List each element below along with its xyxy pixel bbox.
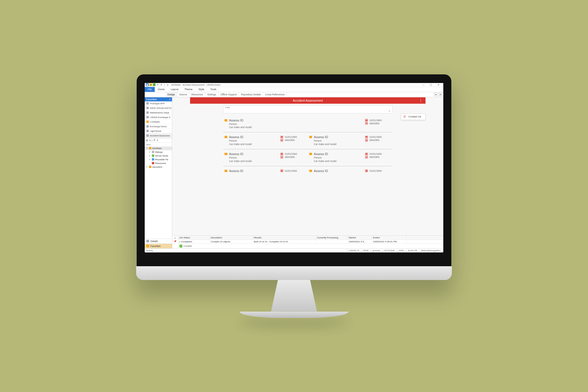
window-titlebar: ▣ ★ ⬇ ⟳ ↺ | ▸ AASMain - Accident Assessm… bbox=[145, 83, 443, 87]
fav-item[interactable]: LANSA Exchange S bbox=[145, 115, 172, 120]
panel-toggle-icon[interactable]: ▾ bbox=[434, 93, 438, 96]
tree-header: Item bbox=[145, 143, 172, 146]
qa-icon-1[interactable]: ▣ bbox=[146, 83, 149, 86]
chevron-down-icon: ▾ bbox=[389, 110, 390, 112]
tree-node[interactable]: ▸Dialogs bbox=[145, 150, 172, 154]
project-tree: ▾AASMain ▸Dialogs ▸Server Modu ▸Reusable… bbox=[145, 146, 172, 239]
qa-icon-5[interactable]: ↺ bbox=[160, 83, 163, 86]
design-canvas[interactable]: Accident Assessment ⋮ Filter ▾ ✆ Contact… bbox=[172, 97, 443, 235]
assessment-card[interactable]: Assess ID PersonCar make and model 01/01… bbox=[223, 152, 308, 163]
cards-list: Assess ID Person Car make and model bbox=[223, 116, 392, 173]
car-icon bbox=[365, 139, 368, 142]
menu-theme[interactable]: Theme bbox=[182, 87, 196, 92]
fav-item[interactable]: Prototype APP bbox=[145, 101, 172, 106]
assessment-card[interactable]: Assess ID PersonCar make and model 01/01… bbox=[308, 152, 392, 163]
status-segment: LANSA *S bbox=[347, 249, 361, 252]
monitor-chin bbox=[136, 266, 452, 280]
folder-icon bbox=[309, 153, 312, 155]
tree-node[interactable]: Resources bbox=[145, 161, 172, 165]
favorites-panel: Favorites × Prototype APP DATA VISUALIZA… bbox=[145, 97, 172, 248]
calendar-icon bbox=[281, 136, 283, 138]
folder-icon bbox=[225, 153, 227, 155]
compile-icon bbox=[179, 245, 182, 248]
tree-node[interactable]: ▸xAccident bbox=[145, 165, 172, 169]
close-button[interactable]: ✕ bbox=[435, 83, 442, 87]
toolbar-close-icon[interactable]: ✕ bbox=[156, 139, 158, 142]
job-table-header: Job Status Description Results Currently… bbox=[178, 236, 443, 240]
qa-icon-4[interactable]: ⟳ bbox=[156, 83, 159, 86]
job-table-row[interactable]: ▸ Completed Compile 14 objects Built 14 … bbox=[178, 240, 443, 244]
assessment-card[interactable]: Assess ID PersonCar make and model 01/01… bbox=[308, 135, 392, 146]
menu-tools[interactable]: Tools bbox=[208, 87, 219, 92]
qa-icon-2[interactable]: ★ bbox=[149, 83, 152, 86]
car-icon bbox=[281, 156, 283, 159]
subtab-design[interactable]: Design bbox=[165, 92, 177, 97]
pin-icon[interactable]: 📌 bbox=[174, 240, 177, 243]
more-icon[interactable]: ⋮ bbox=[419, 98, 423, 103]
status-segment: MaterialDesignRed bbox=[419, 249, 442, 252]
phone-icon: ✆ bbox=[403, 115, 406, 119]
preview-title: Accident Assessment bbox=[293, 99, 323, 102]
status-segment: ENG bbox=[397, 249, 405, 252]
menu-file[interactable]: File bbox=[145, 87, 155, 92]
tab-favorites[interactable]: Favorites bbox=[145, 244, 172, 248]
favorites-list: Prototype APP DATA VISUALIZATIO Maintena… bbox=[145, 101, 172, 138]
favorites-close-icon[interactable]: × bbox=[169, 98, 171, 101]
monitor-neck bbox=[271, 280, 317, 312]
filter-dropdown[interactable]: Filter ▾ bbox=[223, 105, 392, 113]
subtab-offline[interactable]: Offline Support bbox=[218, 92, 239, 97]
compile-tab[interactable]: Compile bbox=[178, 244, 443, 248]
editor-subtabs: Design Source Resources Settings Offline… bbox=[145, 92, 443, 97]
folder-icon bbox=[225, 136, 227, 138]
menu-home[interactable]: Home bbox=[155, 87, 168, 92]
fav-item[interactable]: Exchange Demo bbox=[145, 124, 172, 129]
subtab-repo[interactable]: Repository Details bbox=[239, 92, 263, 97]
status-segment: pcxuser bbox=[371, 249, 382, 252]
assessment-card[interactable]: Assess ID 01/01/1900 bbox=[308, 169, 392, 173]
minimize-button[interactable]: — bbox=[420, 83, 427, 87]
subtab-source[interactable]: Source bbox=[177, 92, 189, 97]
qa-divider: | bbox=[163, 83, 166, 86]
panel-handle-icon[interactable]: ▸ bbox=[175, 237, 176, 239]
assessment-card[interactable]: Assess ID 01/01/1900 bbox=[223, 169, 308, 173]
monitor-base bbox=[239, 312, 349, 318]
subtab-xref[interactable]: Cross References bbox=[263, 92, 287, 97]
toolbar-icon[interactable]: ▤ bbox=[146, 139, 148, 142]
status-segment: PCXTASK bbox=[383, 249, 396, 252]
calendar-icon bbox=[365, 169, 368, 172]
ribbon-menubar: File Home Layout Theme Style Tools bbox=[145, 87, 443, 92]
menu-layout[interactable]: Layout bbox=[168, 87, 181, 92]
calendar-icon bbox=[365, 136, 368, 138]
qa-icon-6[interactable]: ▸ bbox=[167, 83, 169, 86]
fav-item[interactable]: LX2MAIN bbox=[145, 120, 172, 124]
toolbar-icon[interactable]: ☰ bbox=[153, 139, 155, 142]
subtab-resources[interactable]: Resources bbox=[189, 92, 205, 97]
panel-close-icon[interactable]: ✕ bbox=[439, 93, 442, 96]
fav-item[interactable]: DATA VISUALIZATIO bbox=[145, 106, 172, 111]
tree-node[interactable]: ▸Reusable Pa bbox=[145, 158, 172, 161]
tab-details[interactable]: Details bbox=[145, 239, 172, 244]
folder-icon bbox=[225, 170, 227, 172]
job-status-panel: ▸ 📌 Job Status Description Results Curre… bbox=[172, 235, 443, 248]
assessment-card[interactable]: Assess ID Person Car make and model bbox=[223, 119, 392, 130]
calendar-icon bbox=[365, 153, 368, 155]
tree-node[interactable]: ▸Server Modu bbox=[145, 154, 172, 158]
menu-style[interactable]: Style bbox=[196, 87, 207, 92]
fav-item[interactable]: Light Mode bbox=[145, 129, 172, 134]
subtab-settings[interactable]: Settings bbox=[205, 92, 218, 97]
folder-icon bbox=[309, 136, 312, 138]
app-window: ▣ ★ ⬇ ⟳ ↺ | ▸ AASMain - Accident Assessm… bbox=[145, 83, 443, 252]
tree-root[interactable]: ▾AASMain bbox=[145, 146, 172, 150]
maximize-button[interactable]: ▢ bbox=[427, 83, 435, 87]
assessment-card[interactable]: Assess ID PersonCar make and model 01/01… bbox=[223, 135, 308, 146]
fav-item[interactable]: Maintenance Depa bbox=[145, 111, 172, 115]
contact-us-button[interactable]: ✆ Contact Us bbox=[401, 113, 425, 120]
preview-appbar: Accident Assessment ⋮ bbox=[190, 97, 425, 104]
monitor-mockup: ▣ ★ ⬇ ⟳ ↺ | ▸ AASMain - Accident Assessm… bbox=[136, 74, 452, 318]
qa-icon-3[interactable]: ⬇ bbox=[153, 83, 156, 86]
fav-item[interactable]: Accident Assessme bbox=[145, 134, 172, 138]
folder-icon bbox=[225, 119, 227, 121]
status-left: Ready bbox=[146, 249, 153, 252]
status-segment: Audit Off bbox=[406, 249, 418, 252]
favorites-header: Favorites × bbox=[145, 97, 172, 101]
